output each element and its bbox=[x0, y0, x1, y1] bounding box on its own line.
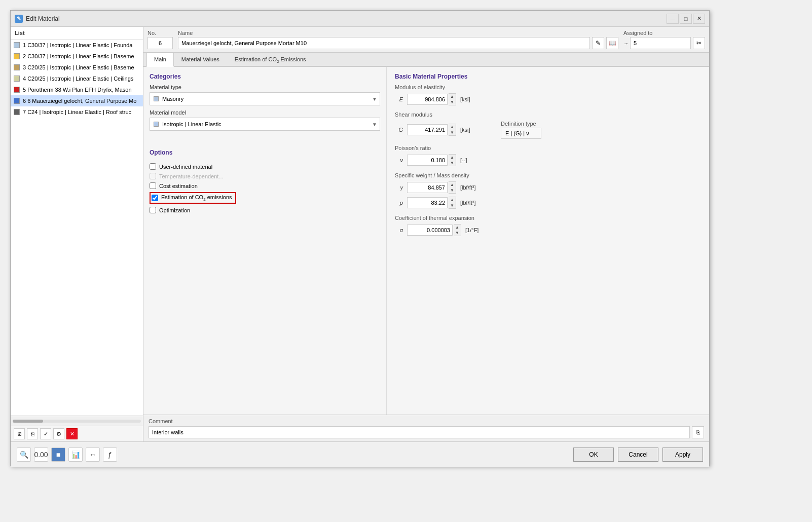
nu-spin-up[interactable]: ▲ bbox=[449, 155, 456, 160]
g-input[interactable] bbox=[407, 124, 448, 135]
rho-spin-down[interactable]: ▼ bbox=[449, 203, 456, 208]
temperature-dependent-row: Temperature-dependent... bbox=[150, 173, 380, 179]
copy-item-button[interactable]: ⎘ bbox=[27, 428, 38, 439]
assigned-field[interactable] bbox=[630, 37, 691, 49]
alpha-input[interactable] bbox=[407, 225, 453, 236]
main-window: ✎ Edit Material ─ □ ✕ List 1 C30/37 | Is… bbox=[10, 10, 710, 466]
ok-button[interactable]: OK bbox=[573, 448, 614, 462]
list-item-text: 1 C30/37 | Isotropic | Linear Elastic | … bbox=[23, 42, 132, 48]
horizontal-scrollbar[interactable] bbox=[11, 416, 143, 426]
gamma-input[interactable] bbox=[407, 182, 448, 193]
e-unit: [ksi] bbox=[460, 96, 491, 102]
definition-type-group: Definition type E | (G) | ν bbox=[501, 121, 541, 139]
cost-estimation-checkbox[interactable] bbox=[150, 182, 156, 189]
shear-modulus-group: Shear modulus G ▲ ▼ bbox=[395, 111, 701, 139]
modulus-elasticity-title: Modulus of elasticity bbox=[395, 84, 701, 90]
material-model-label: Material model bbox=[150, 109, 380, 116]
g-unit: [ksi] bbox=[460, 127, 491, 133]
number-field[interactable] bbox=[147, 37, 173, 49]
list-item-color bbox=[14, 87, 20, 93]
chart-button[interactable]: 📊 bbox=[68, 448, 83, 462]
list-item-text: 3 C20/25 | Isotropic | Linear Elastic | … bbox=[23, 64, 134, 70]
co2-emissions-row: Estimation of CO2 emissions bbox=[150, 192, 380, 204]
user-defined-label: User-defined material bbox=[159, 164, 212, 170]
poissons-ratio-title: Poisson's ratio bbox=[395, 145, 701, 151]
list-item[interactable]: 1 C30/37 | Isotropic | Linear Elastic | … bbox=[11, 40, 143, 51]
list-item[interactable]: 2 C30/37 | Isotropic | Linear Elastic | … bbox=[11, 51, 143, 62]
alpha-spin-down[interactable]: ▼ bbox=[454, 230, 461, 236]
rho-spin-up[interactable]: ▲ bbox=[449, 197, 456, 203]
book-icon-button[interactable]: 📖 bbox=[606, 37, 618, 49]
g-spin-up[interactable]: ▲ bbox=[449, 124, 456, 130]
tab-main[interactable]: Main bbox=[146, 53, 174, 67]
nu-unit: [--] bbox=[460, 157, 491, 163]
gamma-row: γ ▲ ▼ [lbf/ft³] bbox=[395, 181, 701, 194]
list-item[interactable]: 7 C24 | Isotropic | Linear Elastic | Roo… bbox=[11, 106, 143, 118]
definition-type-box: E | (G) | ν bbox=[501, 128, 541, 139]
gamma-spin-up[interactable]: ▲ bbox=[449, 182, 456, 188]
list-item-color bbox=[14, 98, 20, 104]
nu-input[interactable] bbox=[407, 155, 448, 166]
settings-button[interactable]: ⚙ bbox=[53, 428, 64, 439]
maximize-button[interactable]: □ bbox=[680, 14, 692, 24]
tabs-row: Main Material Values Estimation of CO2 E… bbox=[143, 53, 709, 67]
gamma-spin-down[interactable]: ▼ bbox=[449, 188, 456, 193]
list-item[interactable]: 3 C20/25 | Isotropic | Linear Elastic | … bbox=[11, 62, 143, 73]
nu-spin-down[interactable]: ▼ bbox=[449, 160, 456, 166]
apply-button[interactable]: Apply bbox=[662, 448, 703, 462]
list-item[interactable]: 6 6 Mauerziegel gelocht, General Purpose… bbox=[11, 95, 143, 106]
scroll-thumb[interactable] bbox=[13, 420, 43, 423]
alpha-spinner: ▲ ▼ bbox=[454, 224, 461, 236]
name-group: Name ✎ 📖 bbox=[178, 30, 618, 49]
cost-estimation-label: Cost estimation bbox=[159, 183, 198, 189]
number-button[interactable]: 0.00 bbox=[34, 448, 48, 462]
nu-symbol: ν bbox=[395, 157, 403, 163]
name-field[interactable] bbox=[178, 37, 590, 49]
g-spin-down[interactable]: ▼ bbox=[449, 130, 456, 135]
check-button[interactable]: ✓ bbox=[40, 428, 51, 439]
tab-co2-emissions[interactable]: Estimation of CO2 Emissions bbox=[227, 53, 314, 67]
list-item-color bbox=[14, 64, 20, 70]
cost-estimation-row: Cost estimation bbox=[150, 182, 380, 189]
edit-icon-button[interactable]: ✎ bbox=[592, 37, 604, 49]
assigned-group: Assigned to → ✂ bbox=[623, 30, 705, 49]
comment-select[interactable]: Interior walls bbox=[149, 426, 690, 438]
arrow-button[interactable]: ↔ bbox=[86, 448, 100, 462]
tab-material-values[interactable]: Material Values bbox=[174, 53, 227, 67]
assigned-label: Assigned to bbox=[623, 30, 705, 36]
new-item-button[interactable]: 🖹 bbox=[14, 428, 25, 439]
co2-emissions-checkbox[interactable] bbox=[152, 195, 158, 201]
optimization-label: Optimization bbox=[159, 207, 190, 213]
alpha-spin-up[interactable]: ▲ bbox=[454, 225, 461, 230]
search-button[interactable]: 🔍 bbox=[17, 448, 31, 462]
comment-copy-button[interactable]: ⎘ bbox=[692, 426, 704, 438]
list-item[interactable]: 5 Porotherm 38 W.i Plan EFH Dryfix, Maso… bbox=[11, 84, 143, 95]
e-spin-up[interactable]: ▲ bbox=[449, 94, 456, 99]
rho-unit: [lbf/ft³] bbox=[460, 200, 491, 206]
e-spin-down[interactable]: ▼ bbox=[449, 99, 456, 105]
color-button[interactable]: ■ bbox=[51, 448, 65, 462]
tab-content: Categories Material type Masonry ▼ bbox=[143, 67, 709, 415]
formula-button[interactable]: ƒ bbox=[103, 448, 117, 462]
user-defined-row: User-defined material bbox=[150, 163, 380, 170]
e-input[interactable] bbox=[407, 94, 448, 105]
material-type-select[interactable]: Masonry bbox=[150, 92, 380, 105]
temperature-dependent-checkbox[interactable] bbox=[150, 173, 156, 179]
tab-right-panel: Basic Material Properties Modulus of ela… bbox=[387, 67, 709, 415]
window-controls: ─ □ ✕ bbox=[667, 14, 705, 24]
list-item[interactable]: 4 C20/25 | Isotropic | Linear Elastic | … bbox=[11, 73, 143, 84]
optimization-checkbox[interactable] bbox=[150, 207, 156, 213]
material-type-row: Material type Masonry ▼ bbox=[150, 84, 380, 105]
right-panel: No. Name ✎ 📖 Assigned to → bbox=[143, 27, 709, 441]
minimize-button[interactable]: ─ bbox=[667, 14, 679, 24]
name-row: ✎ 📖 bbox=[178, 37, 618, 49]
delete-button[interactable]: ✕ bbox=[66, 428, 78, 439]
material-type-label: Material type bbox=[150, 84, 380, 90]
close-button[interactable]: ✕ bbox=[693, 14, 705, 24]
rho-input[interactable] bbox=[407, 197, 448, 208]
user-defined-checkbox[interactable] bbox=[150, 163, 156, 170]
cancel-button[interactable]: Cancel bbox=[618, 448, 658, 462]
comment-bar: Comment Interior walls ⎘ bbox=[143, 415, 709, 441]
material-model-select[interactable]: Isotropic | Linear Elastic bbox=[150, 118, 380, 131]
assigned-action-button[interactable]: ✂ bbox=[693, 37, 705, 49]
